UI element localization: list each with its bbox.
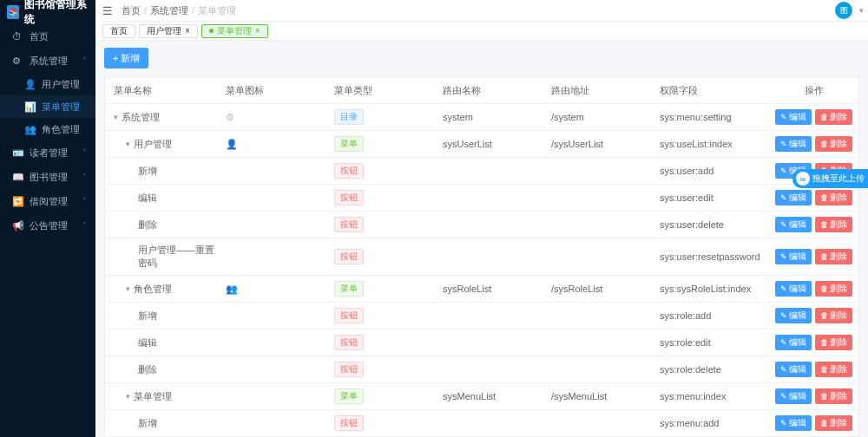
cell-ops: ✎编辑🗑删除: [769, 244, 858, 270]
cell-addr: /sysUserList: [548, 134, 656, 154]
pencil-icon: ✎: [780, 419, 787, 427]
nav-menu[interactable]: 📊菜单管理: [0, 95, 95, 118]
cell-type: 按钮: [331, 356, 439, 382]
cell-perm: sys:menu:setting: [656, 107, 769, 127]
table-row: ▾角色管理👥菜单sysRoleList/sysRoleListsys:sysRo…: [105, 276, 858, 303]
nav-system[interactable]: ⚙系统管理˄: [0, 49, 95, 73]
nav-book[interactable]: 📖图书管理˅: [0, 165, 95, 189]
add-button[interactable]: + 新增: [104, 48, 148, 68]
delete-button[interactable]: 🗑删除: [815, 190, 852, 205]
delete-button[interactable]: 🗑删除: [815, 388, 852, 404]
pencil-icon: ✎: [780, 113, 787, 121]
breadcrumb-home[interactable]: 首页: [122, 4, 141, 17]
users-icon: 👥: [24, 124, 35, 135]
cell-addr: [548, 418, 656, 428]
delete-button[interactable]: 🗑删除: [815, 281, 852, 297]
nav-home[interactable]: ⏱首页: [0, 24, 95, 49]
cell-route: [439, 192, 548, 203]
tabs-bar: 首页 用户管理× 菜单管理×: [95, 22, 868, 41]
chevron-down-icon: ˅: [82, 197, 87, 205]
avatar-dropdown-icon[interactable]: ▾: [859, 6, 864, 15]
cell-route: sysRoleList: [439, 278, 548, 299]
edit-button[interactable]: ✎编辑: [775, 190, 812, 205]
close-icon[interactable]: ×: [255, 24, 260, 38]
edit-button[interactable]: ✎编辑: [775, 362, 812, 377]
tab-menu[interactable]: 菜单管理×: [201, 24, 268, 38]
dashboard-icon: ⏱: [12, 31, 23, 42]
breadcrumb-system[interactable]: 系统管理: [150, 4, 188, 17]
nav-notice[interactable]: 📢公告管理˅: [0, 213, 95, 238]
edit-button[interactable]: ✎编辑: [775, 217, 812, 232]
close-icon[interactable]: ×: [185, 24, 190, 38]
nav-role[interactable]: 👥角色管理: [0, 118, 95, 140]
cell-route: system: [439, 107, 548, 127]
cell-route: [439, 166, 548, 176]
edit-button[interactable]: ✎编辑: [775, 308, 812, 323]
cell-type: 按钮: [331, 185, 439, 211]
cell-ops: ✎编辑🗑删除: [769, 356, 858, 382]
trash-icon: 🗑: [820, 392, 828, 401]
edit-button[interactable]: ✎编辑: [775, 136, 812, 152]
cell-addr: /sysRoleList: [548, 278, 656, 299]
edit-button[interactable]: ✎编辑: [775, 109, 812, 125]
cell-icon: [222, 192, 331, 203]
pencil-icon: ✎: [780, 220, 787, 229]
nav-reader[interactable]: 🪪读者管理˅: [0, 140, 95, 165]
cell-ops: ✎编辑🗑删除: [769, 131, 858, 157]
avatar[interactable]: 图: [835, 2, 852, 19]
upload-float-button[interactable]: ∞ 拖拽至此上传: [792, 169, 868, 188]
cell-addr: [548, 192, 656, 203]
delete-button[interactable]: 🗑删除: [815, 362, 852, 377]
edit-button[interactable]: ✎编辑: [775, 415, 812, 431]
edit-button[interactable]: ✎编辑: [775, 388, 812, 404]
cell-name: 新增: [105, 412, 222, 435]
delete-button[interactable]: 🗑删除: [815, 335, 852, 350]
col-perm: 权限字段: [656, 79, 769, 102]
cell-name: ▾用户管理: [105, 133, 222, 156]
caret-down-icon[interactable]: ▾: [126, 284, 130, 293]
cell-addr: /sysMenuList: [548, 386, 656, 407]
edit-button[interactable]: ✎编辑: [775, 281, 812, 297]
tab-user[interactable]: 用户管理×: [139, 24, 198, 38]
caret-down-icon[interactable]: ▾: [114, 113, 118, 121]
pencil-icon: ✎: [780, 166, 787, 175]
cell-icon: [222, 219, 331, 230]
cell-name: 编辑: [105, 186, 222, 210]
cell-type: 菜单: [331, 383, 439, 409]
caret-down-icon[interactable]: ▾: [126, 140, 130, 148]
top-header: ☰ 首页/ 系统管理/ 菜单管理 图 ▾: [95, 0, 868, 22]
edit-button[interactable]: ✎编辑: [775, 335, 812, 350]
cell-perm: sys:role:delete: [656, 359, 769, 380]
collapse-icon[interactable]: ☰: [102, 4, 113, 17]
col-route: 路由名称: [439, 79, 548, 102]
delete-button[interactable]: 🗑删除: [815, 136, 852, 152]
pencil-icon: ✎: [780, 193, 787, 202]
trash-icon: 🗑: [820, 311, 828, 320]
pencil-icon: ✎: [780, 392, 787, 401]
pencil-icon: ✎: [780, 140, 787, 148]
delete-button[interactable]: 🗑删除: [815, 415, 852, 431]
trash-icon: 🗑: [820, 284, 828, 293]
cell-name: 新增: [105, 304, 222, 328]
cell-addr: /system: [548, 107, 656, 127]
delete-button[interactable]: 🗑删除: [815, 109, 852, 125]
pencil-icon: ✎: [780, 338, 787, 347]
nav-borrow[interactable]: 🔁借阅管理˅: [0, 189, 95, 213]
nav-user[interactable]: 👤用户管理: [0, 73, 95, 95]
caret-down-icon[interactable]: ▾: [126, 392, 130, 401]
menu-table: 菜单名称 菜单图标 菜单类型 路由名称 路由地址 权限字段 操作 ▾系统管理⚙目…: [104, 77, 859, 437]
cell-perm: sys:menu:index: [656, 386, 769, 407]
delete-button[interactable]: 🗑删除: [815, 249, 852, 264]
table-row: ▾菜单管理菜单sysMenuList/sysMenuListsys:menu:i…: [105, 383, 858, 410]
cell-addr: [548, 337, 656, 348]
cell-perm: sys:useList:index: [656, 134, 769, 154]
delete-button[interactable]: 🗑删除: [815, 308, 852, 323]
cell-type: 菜单: [331, 276, 439, 302]
delete-button[interactable]: 🗑删除: [815, 217, 852, 232]
edit-button[interactable]: ✎编辑: [775, 249, 812, 264]
cell-addr: [548, 166, 656, 176]
chevron-down-icon: ˅: [82, 221, 87, 230]
tab-home[interactable]: 首页: [102, 24, 135, 38]
chevron-up-icon: ˄: [82, 56, 87, 65]
float-label: 拖拽至此上传: [812, 173, 865, 185]
